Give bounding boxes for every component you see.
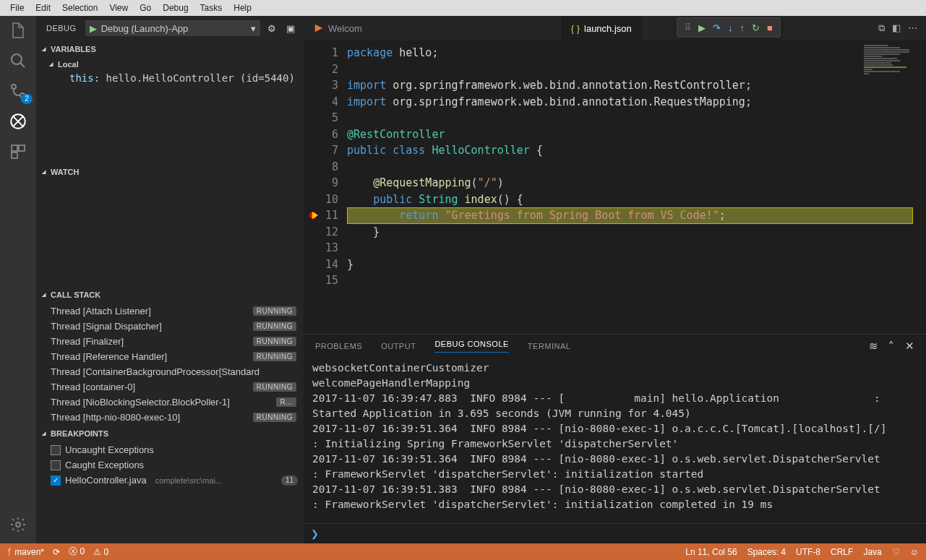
breakpoints-section: BREAKPOINTS Uncaught ExceptionsCaught Ex…: [36, 425, 304, 488]
debug-console-input[interactable]: ❯: [304, 523, 926, 543]
menu-tasks[interactable]: Tasks: [194, 1, 228, 14]
vscode-logo-icon: [314, 23, 324, 33]
callstack-thread[interactable]: Thread [container-0]RUNNING: [36, 379, 304, 395]
menu-help[interactable]: Help: [228, 1, 257, 14]
svg-point-7: [16, 522, 20, 527]
watch-header[interactable]: WATCH: [36, 163, 304, 181]
indentation[interactable]: Spaces: 4: [747, 547, 786, 557]
cursor-position[interactable]: Ln 11, Col 56: [685, 547, 737, 557]
callstack-header[interactable]: CALL STACK: [36, 286, 304, 303]
code-editor[interactable]: 123456789101112131415 package hello; imp…: [304, 40, 926, 334]
watch-section: WATCH: [36, 163, 304, 286]
extensions-icon[interactable]: [8, 142, 28, 162]
breakpoints-header[interactable]: BREAKPOINTS: [36, 425, 304, 442]
debug-toolbar: DEBUG ▶ Debug (Launch)-App ▾ ⚙ ▣: [36, 16, 304, 40]
settings-gear-icon[interactable]: [8, 514, 28, 535]
scm-icon[interactable]: 2: [8, 81, 28, 101]
editor-area: Welcom ⠿ ▶ ↷ ↓ ↑ ↻ ■ { } launch.json ⧉ ◧…: [304, 16, 926, 543]
step-over-button[interactable]: ↷: [713, 22, 721, 33]
activity-bar: 2: [0, 16, 36, 543]
svg-rect-5: [19, 145, 25, 151]
local-scope[interactable]: Local: [36, 58, 304, 71]
encoding[interactable]: UTF-8: [796, 547, 820, 557]
eol[interactable]: CRLF: [831, 547, 853, 557]
panel-tab-terminal[interactable]: TERMINAL: [528, 342, 571, 350]
panel-tab-output[interactable]: OUTPUT: [381, 342, 416, 350]
grip-icon[interactable]: ⠿: [685, 22, 691, 33]
menu-debug[interactable]: Debug: [157, 1, 194, 14]
tab-launch-label: launch.json: [584, 23, 632, 34]
svg-rect-6: [12, 152, 17, 158]
callstack-thread[interactable]: Thread [Attach Listener]RUNNING: [36, 303, 304, 319]
notifications-icon[interactable]: ☺: [910, 547, 919, 557]
debug-label: DEBUG: [42, 24, 81, 33]
menu-file[interactable]: File: [4, 1, 30, 14]
split-editor-icon[interactable]: ⧉: [878, 22, 885, 34]
variable-this[interactable]: this: hello.HelloController (id=5440): [36, 71, 304, 85]
collapse-panel-icon[interactable]: ˄: [888, 340, 895, 353]
breakpoint-row[interactable]: ✓HelloController.javacomplete\src\mai...…: [36, 473, 304, 488]
json-icon: { }: [571, 23, 580, 34]
explorer-icon[interactable]: [8, 20, 28, 40]
scm-badge: 2: [21, 94, 33, 104]
checkbox[interactable]: ✓: [51, 475, 61, 486]
breakpoint-row[interactable]: Uncaught Exceptions: [36, 442, 304, 457]
git-branch[interactable]: ᚶ maven*: [7, 547, 44, 557]
chevron-down-icon: ▾: [251, 23, 256, 34]
breakpoint-row[interactable]: Caught Exceptions: [36, 457, 304, 473]
callstack-thread[interactable]: Thread [Reference Handler]RUNNING: [36, 349, 304, 364]
sync-icon[interactable]: ⟳: [53, 547, 60, 557]
menu-edit[interactable]: Edit: [30, 1, 56, 14]
layout-icon[interactable]: ◧: [892, 22, 901, 34]
search-icon[interactable]: [8, 51, 28, 71]
debug-config-dropdown[interactable]: ▶ Debug (Launch)-App ▾: [85, 20, 260, 36]
warnings-count[interactable]: ⚠ 0: [93, 547, 108, 557]
svg-rect-4: [12, 145, 17, 151]
bottom-panel: PROBLEMS OUTPUT DEBUG CONSOLE TERMINAL ≋…: [304, 334, 926, 543]
panel-tab-problems[interactable]: PROBLEMS: [315, 342, 362, 350]
checkbox[interactable]: [51, 460, 61, 470]
tab-welcome[interactable]: Welcom: [304, 16, 373, 40]
callstack-thread[interactable]: Thread [ContainerBackgroundProcessor[Sta…: [36, 364, 304, 379]
variables-header[interactable]: VARIABLES: [36, 40, 304, 58]
menu-selection[interactable]: Selection: [56, 1, 103, 14]
menu-view[interactable]: View: [103, 1, 134, 14]
callstack-section: CALL STACK Thread [Attach Listener]RUNNI…: [36, 286, 304, 425]
callstack-thread[interactable]: Thread [NioBlockingSelector.BlockPoller-…: [36, 395, 304, 410]
callstack-thread[interactable]: Thread [http-nio-8080-exec-10]RUNNING: [36, 410, 304, 425]
menubar[interactable]: File Edit Selection View Go Debug Tasks …: [0, 0, 926, 16]
checkbox[interactable]: [51, 445, 61, 455]
debug-icon[interactable]: [8, 111, 28, 132]
minimap[interactable]: [864, 45, 925, 276]
continue-button[interactable]: ▶: [698, 22, 706, 33]
debug-sidebar: DEBUG ▶ Debug (Launch)-App ▾ ⚙ ▣ VARIABL…: [36, 16, 304, 543]
panel-tabs: PROBLEMS OUTPUT DEBUG CONSOLE TERMINAL ≋…: [304, 335, 926, 358]
callstack-thread[interactable]: Thread [Finalizer]RUNNING: [36, 334, 304, 349]
debug-console-icon[interactable]: ▣: [283, 23, 298, 34]
debug-floating-toolbar[interactable]: ⠿ ▶ ↷ ↓ ↑ ↻ ■: [677, 17, 781, 38]
restart-button[interactable]: ↻: [752, 22, 760, 33]
clear-console-icon[interactable]: ≋: [869, 340, 879, 353]
more-icon[interactable]: ⋯: [908, 22, 917, 34]
tab-launch-json[interactable]: { } launch.json: [561, 16, 643, 40]
variables-section: VARIABLES Local this: hello.HelloControl…: [36, 40, 304, 163]
svg-point-1: [12, 85, 16, 89]
svg-point-0: [12, 54, 22, 64]
menu-go[interactable]: Go: [134, 1, 157, 14]
debug-settings-icon[interactable]: ⚙: [265, 23, 279, 34]
language-mode[interactable]: Java: [863, 547, 881, 557]
status-bar: ᚶ maven* ⟳ ⓧ 0 ⚠ 0 Ln 11, Col 56 Spaces:…: [0, 543, 926, 560]
debug-console-output[interactable]: websocketContainerCustomizer welcomePage…: [304, 358, 926, 523]
callstack-thread[interactable]: Thread [Signal Dispatcher]RUNNING: [36, 319, 304, 334]
errors-count[interactable]: ⓧ 0: [69, 546, 85, 558]
feedback-icon[interactable]: ♡: [892, 547, 900, 557]
panel-tab-debug-console[interactable]: DEBUG CONSOLE: [434, 340, 508, 353]
step-out-button[interactable]: ↑: [740, 22, 745, 33]
start-debug-icon[interactable]: ▶: [90, 23, 97, 34]
step-into-button[interactable]: ↓: [728, 22, 733, 33]
debug-config-name: Debug (Launch)-App: [101, 23, 246, 34]
tab-welcome-label: Welcom: [328, 23, 362, 34]
tab-bar: Welcom ⠿ ▶ ↷ ↓ ↑ ↻ ■ { } launch.json ⧉ ◧…: [304, 16, 926, 40]
close-panel-icon[interactable]: ✕: [905, 340, 915, 353]
stop-button[interactable]: ■: [767, 22, 773, 33]
